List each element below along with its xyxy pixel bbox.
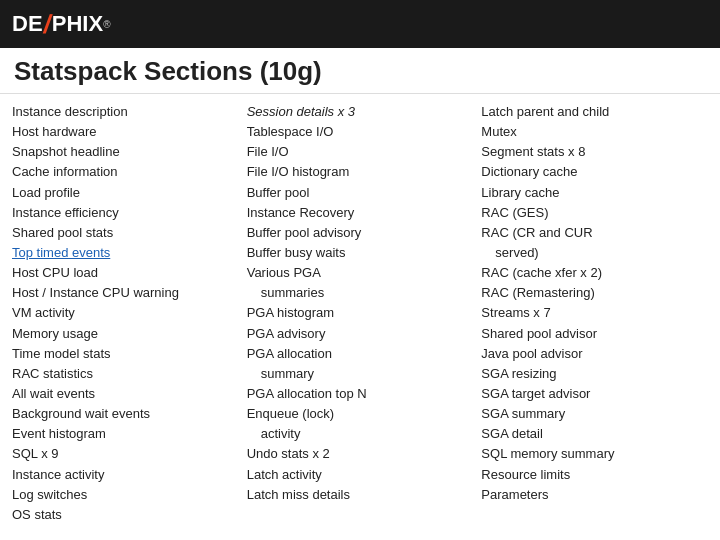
- list-item: Buffer pool: [247, 183, 470, 203]
- list-item: Segment stats x 8: [481, 142, 704, 162]
- list-item: SQL x 9: [12, 444, 235, 464]
- list-item: Host CPU load: [12, 263, 235, 283]
- list-item: Cache information: [12, 162, 235, 182]
- list-item-link[interactable]: Top timed events: [12, 243, 235, 263]
- list-item: Instance description: [12, 102, 235, 122]
- page-title-section: Statspack Sections (10g): [0, 48, 720, 94]
- list-item: Latch miss details: [247, 485, 470, 505]
- column-3: Latch parent and childMutexSegment stats…: [475, 102, 710, 532]
- logo-registered-icon: ®: [103, 19, 110, 30]
- list-item: RAC (cache xfer x 2): [481, 263, 704, 283]
- list-item: SGA summary: [481, 404, 704, 424]
- list-item: Time model stats: [12, 344, 235, 364]
- list-item: Buffer pool advisory: [247, 223, 470, 243]
- list-item: Various PGA: [247, 263, 470, 283]
- list-item: Latch parent and child: [481, 102, 704, 122]
- list-item: Java pool advisor: [481, 344, 704, 364]
- list-item: PGA advisory: [247, 324, 470, 344]
- list-item: Log switches: [12, 485, 235, 505]
- list-item: RAC statistics: [12, 364, 235, 384]
- content-area: Instance descriptionHost hardwareSnapsho…: [0, 94, 720, 540]
- list-item: Buffer busy waits: [247, 243, 470, 263]
- list-item: File I/O: [247, 142, 470, 162]
- list-item: Background wait events: [12, 404, 235, 424]
- logo-phix-text: PHIX: [52, 11, 103, 37]
- logo-de-text: DE: [12, 11, 43, 37]
- column-1: Instance descriptionHost hardwareSnapsho…: [10, 102, 241, 532]
- list-item: Resource limits: [481, 465, 704, 485]
- column-2: Session details x 3Tablespace I/OFile I/…: [241, 102, 476, 532]
- page-title: Statspack Sections (10g): [14, 56, 706, 87]
- list-item: Shared pool stats: [12, 223, 235, 243]
- list-item: Dictionary cache: [481, 162, 704, 182]
- list-item: RAC (GES): [481, 203, 704, 223]
- header: DE / PHIX ®: [0, 0, 720, 48]
- list-item: Streams x 7: [481, 303, 704, 323]
- list-item: Memory usage: [12, 324, 235, 344]
- list-item: activity: [247, 424, 470, 444]
- list-item: Mutex: [481, 122, 704, 142]
- list-item: Enqueue (lock): [247, 404, 470, 424]
- list-item: Instance activity: [12, 465, 235, 485]
- list-item: Undo stats x 2: [247, 444, 470, 464]
- list-item: Host / Instance CPU warning: [12, 283, 235, 303]
- list-item: RAC (Remastering): [481, 283, 704, 303]
- list-item: Tablespace I/O: [247, 122, 470, 142]
- list-item: All wait events: [12, 384, 235, 404]
- list-item: PGA allocation: [247, 344, 470, 364]
- list-item: PGA allocation top N: [247, 384, 470, 404]
- list-item: Parameters: [481, 485, 704, 505]
- list-item: PGA histogram: [247, 303, 470, 323]
- list-item: SGA target advisor: [481, 384, 704, 404]
- list-item: served): [481, 243, 704, 263]
- list-item: RAC (CR and CUR: [481, 223, 704, 243]
- list-item: File I/O histogram: [247, 162, 470, 182]
- list-item: OS stats: [12, 505, 235, 525]
- list-item: SGA resizing: [481, 364, 704, 384]
- list-item: Shared pool advisor: [481, 324, 704, 344]
- list-item: Load profile: [12, 183, 235, 203]
- list-item: SGA detail: [481, 424, 704, 444]
- list-item: Instance Recovery: [247, 203, 470, 223]
- list-item: Event histogram: [12, 424, 235, 444]
- list-item: summary: [247, 364, 470, 384]
- list-item: Session details x 3: [247, 102, 470, 122]
- list-item: Instance efficiency: [12, 203, 235, 223]
- list-item: SQL memory summary: [481, 444, 704, 464]
- list-item: Snapshot headline: [12, 142, 235, 162]
- list-item: Latch activity: [247, 465, 470, 485]
- list-item: VM activity: [12, 303, 235, 323]
- list-item: Library cache: [481, 183, 704, 203]
- logo: DE / PHIX ®: [12, 9, 111, 40]
- list-item: summaries: [247, 283, 470, 303]
- list-item: Host hardware: [12, 122, 235, 142]
